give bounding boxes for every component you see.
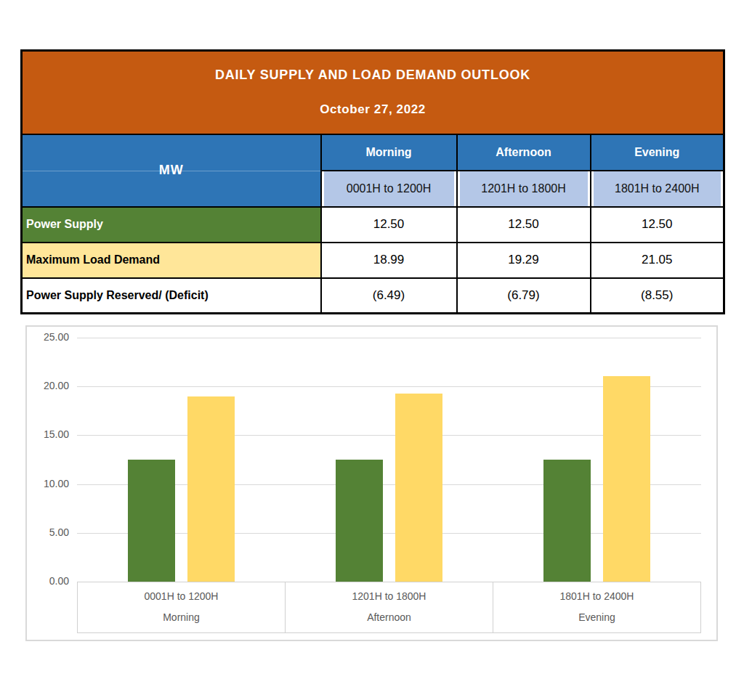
- x-axis-hours-label: 1201H to 1800H: [286, 590, 493, 602]
- x-axis-daypart-label: Afternoon: [286, 611, 493, 623]
- x-axis-category: 1801H to 2400HEvening: [493, 582, 700, 632]
- x-axis-category: 0001H to 1200HMorning: [78, 582, 285, 632]
- column-header-evening: Evening: [591, 134, 724, 171]
- hours-header-afternoon: 1201H to 1800H: [457, 171, 591, 207]
- x-axis-daypart-label: Evening: [493, 611, 700, 623]
- value-cell: 12.50: [457, 207, 591, 243]
- bar-power-supply: [543, 460, 591, 582]
- row-label-max-load-demand: Maximum Load Demand: [22, 243, 321, 278]
- hours-header-evening: 1801H to 2400H: [591, 171, 724, 207]
- table-row: Power Supply 12.50 12.50 12.50: [22, 207, 724, 243]
- value-cell: 21.05: [591, 243, 724, 278]
- value-cell: 19.29: [457, 243, 591, 278]
- y-axis-tick-label: 25.00: [27, 331, 69, 343]
- value-cell: (6.49): [321, 278, 457, 314]
- x-axis-category: 1201H to 1800HAfternoon: [285, 582, 493, 632]
- table-row: MW Morning Afternoon Evening: [22, 134, 724, 171]
- table-date: October 27, 2022: [23, 102, 723, 117]
- y-axis-tick-label: 15.00: [27, 428, 69, 440]
- value-cell: (6.79): [457, 278, 591, 314]
- column-header-morning: Morning: [321, 134, 457, 171]
- y-axis-tick-label: 10.00: [27, 478, 69, 489]
- supply-demand-bar-chart: 0.005.0010.0015.0020.0025.000001H to 120…: [25, 325, 718, 641]
- bar-maximum-load-demand: [395, 394, 442, 582]
- row-label-power-supply: Power Supply: [22, 207, 321, 243]
- x-axis-daypart-label: Morning: [78, 611, 285, 623]
- bar-maximum-load-demand: [187, 396, 235, 582]
- value-cell: (8.55): [591, 278, 724, 314]
- bar-maximum-load-demand: [603, 376, 650, 582]
- y-axis-tick-label: 0.00: [27, 575, 69, 587]
- bar-power-supply: [336, 460, 383, 582]
- row-divider: [23, 171, 320, 171]
- table-title-cell: DAILY SUPPLY AND LOAD DEMAND OUTLOOK Oct…: [22, 51, 724, 134]
- table-title: DAILY SUPPLY AND LOAD DEMAND OUTLOOK: [23, 68, 723, 83]
- supply-demand-table: DAILY SUPPLY AND LOAD DEMAND OUTLOOK Oct…: [20, 49, 725, 314]
- table-row: Power Supply Reserved/ (Deficit) (6.49) …: [22, 278, 724, 314]
- row-label-reserve-deficit: Power Supply Reserved/ (Deficit): [22, 278, 321, 314]
- gridline: [77, 338, 701, 338]
- x-axis-category-box: 0001H to 1200HMorning1201H to 1800HAfter…: [77, 582, 701, 633]
- unit-header-cell: MW: [22, 134, 321, 207]
- bar-power-supply: [128, 460, 175, 582]
- value-cell: 12.50: [321, 207, 457, 243]
- x-axis-hours-label: 0001H to 1200H: [78, 590, 285, 602]
- x-axis-hours-label: 1801H to 2400H: [493, 590, 700, 602]
- column-header-afternoon: Afternoon: [457, 134, 591, 171]
- table-row: Maximum Load Demand 18.99 19.29 21.05: [22, 243, 724, 278]
- report-page: DAILY SUPPLY AND LOAD DEMAND OUTLOOK Oct…: [0, 0, 744, 700]
- hours-header-morning: 0001H to 1200H: [321, 171, 457, 207]
- value-cell: 18.99: [321, 243, 457, 278]
- y-axis-tick-label: 5.00: [27, 526, 69, 538]
- y-axis-tick-label: 20.00: [27, 380, 69, 391]
- value-cell: 12.50: [591, 207, 724, 243]
- table-row: DAILY SUPPLY AND LOAD DEMAND OUTLOOK Oct…: [22, 51, 724, 134]
